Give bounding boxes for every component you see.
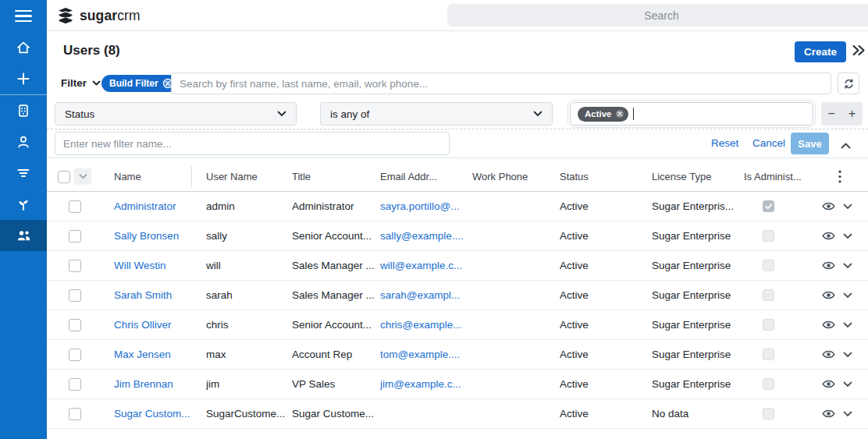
preview-eye-button[interactable] (822, 349, 835, 359)
row-actions-cell (812, 231, 868, 241)
refresh-button[interactable] (838, 73, 859, 94)
email-link[interactable]: sayra.portillo@... (380, 200, 472, 212)
hamburger-line (15, 10, 32, 12)
row-expand-chevron-button[interactable] (843, 381, 852, 388)
title-cell: Senior Account... (292, 230, 380, 242)
column-header-license-type[interactable]: License Type (652, 171, 744, 182)
table-row: Sugar Custom...SugarCustome...Sugar Cust… (47, 399, 868, 429)
user-name-link[interactable]: Jim Brennan (114, 378, 206, 390)
filter-dropdown[interactable]: Filter (61, 77, 101, 89)
email-link[interactable]: sally@example.... (380, 230, 472, 242)
row-checkbox[interactable] (69, 260, 81, 272)
cancel-button[interactable]: Cancel (752, 137, 785, 149)
is-admin-checkbox (763, 230, 774, 242)
user-name-link[interactable]: Sugar Custom... (114, 408, 206, 420)
email-link[interactable]: tom@example.... (380, 349, 472, 360)
row-checkbox[interactable] (69, 408, 81, 420)
sidebar-item-users[interactable] (0, 220, 47, 251)
filter-value-input[interactable]: Active (570, 102, 813, 126)
column-header-user-name[interactable]: User Name (206, 171, 292, 182)
status-cell: Active (560, 260, 652, 271)
user-name-link[interactable]: Max Jensen (114, 349, 206, 360)
sidebar-item-create[interactable] (0, 63, 47, 94)
user-name-link[interactable]: Sally Bronsen (114, 230, 206, 242)
reset-button[interactable]: Reset (711, 137, 738, 149)
sidebar-item-accounts[interactable] (0, 95, 47, 126)
column-header-status[interactable]: Status (560, 171, 652, 182)
selection-menu-button[interactable] (74, 168, 91, 185)
preview-eye-button[interactable] (822, 231, 835, 241)
panel-border (47, 158, 868, 158)
status-cell: Active (560, 230, 652, 242)
row-expand-chevron-button[interactable] (843, 233, 852, 239)
building-icon (16, 103, 31, 119)
license-type-cell: Sugar Enterprise (652, 230, 744, 242)
save-button[interactable]: Save (791, 133, 829, 154)
sidebar-item-home[interactable] (0, 32, 47, 63)
sidebar-item-leads[interactable] (0, 189, 47, 220)
hamburger-menu-button[interactable] (0, 0, 47, 32)
column-header-title[interactable]: Title (292, 171, 380, 182)
status-cell: Active (560, 408, 652, 420)
sidebar-nav (0, 32, 47, 439)
email-link[interactable]: will@example.c... (380, 260, 472, 271)
row-checkbox[interactable] (69, 289, 81, 302)
users-table: NameUser NameTitleEmail Addr...Work Phon… (47, 162, 868, 429)
column-header-name[interactable]: Name (114, 171, 206, 182)
preview-eye-button[interactable] (822, 379, 835, 389)
filter-name-input[interactable] (55, 132, 450, 155)
email-link[interactable]: jim@example.c... (380, 378, 472, 390)
column-header-is-administ[interactable]: Is Administ... (744, 171, 812, 182)
row-expand-chevron-button[interactable] (843, 292, 852, 299)
sugarcrm-logo-icon (56, 7, 75, 24)
user-name-link[interactable]: Chris Olliver (114, 319, 206, 331)
email-link[interactable]: chris@example... (380, 319, 472, 331)
global-search-input[interactable] (447, 4, 868, 27)
title-cell: VP Sales (292, 378, 380, 390)
chevron-down-icon (533, 111, 542, 117)
kebab-menu-button[interactable] (838, 170, 841, 183)
row-checkbox[interactable] (69, 378, 81, 391)
create-button[interactable]: Create (795, 41, 846, 62)
user-name-link[interactable]: Administrator (114, 200, 206, 212)
row-expand-chevron-button[interactable] (843, 322, 852, 328)
double-chevron-right-icon[interactable] (851, 44, 866, 59)
row-expand-chevron-button[interactable] (843, 352, 852, 358)
filter-operator-select[interactable]: is any of (320, 102, 553, 126)
text-cursor (633, 108, 634, 120)
build-filter-pill[interactable]: Build Filter (101, 75, 178, 92)
is-admin-cell (744, 349, 812, 360)
preview-eye-button[interactable] (822, 201, 835, 211)
remove-filter-row-button[interactable]: − (821, 102, 842, 126)
preview-eye-button[interactable] (822, 260, 835, 271)
preview-eye-button[interactable] (822, 320, 835, 330)
list-search-input[interactable] (171, 73, 831, 94)
filter-value-tag-label: Active (585, 109, 612, 119)
column-header-work-phone[interactable]: Work Phone (472, 171, 560, 182)
title-cell: Sales Manager ... (292, 289, 380, 301)
title-cell: Sugar Custome... (292, 408, 380, 420)
row-checkbox[interactable] (69, 230, 81, 243)
sidebar-item-reports[interactable] (0, 158, 47, 189)
row-checkbox[interactable] (69, 319, 81, 331)
collapse-filter-button[interactable] (841, 138, 851, 152)
remove-tag-icon[interactable] (615, 109, 624, 119)
row-checkbox[interactable] (69, 349, 81, 361)
user-name-link[interactable]: Will Westin (114, 260, 206, 271)
row-expand-chevron-button[interactable] (843, 411, 852, 417)
row-expand-chevron-button[interactable] (843, 263, 852, 269)
email-link[interactable]: sarah@exampl... (380, 289, 472, 301)
preview-eye-button[interactable] (822, 290, 835, 300)
user-name-link[interactable]: Sarah Smith (114, 289, 206, 301)
row-expand-chevron-button[interactable] (843, 204, 852, 210)
add-filter-row-button[interactable]: + (842, 102, 863, 126)
person-icon (16, 134, 31, 150)
filter-field-select[interactable]: Status (55, 102, 297, 126)
filter-save-row: Reset Cancel Save (47, 132, 868, 155)
column-header-email-addr[interactable]: Email Addr... (380, 171, 472, 182)
license-type-cell: Sugar Enterprise (652, 378, 744, 390)
sidebar-item-contacts[interactable] (0, 126, 47, 158)
select-all-checkbox[interactable] (58, 171, 70, 183)
row-checkbox[interactable] (69, 200, 81, 213)
preview-eye-button[interactable] (822, 409, 835, 419)
